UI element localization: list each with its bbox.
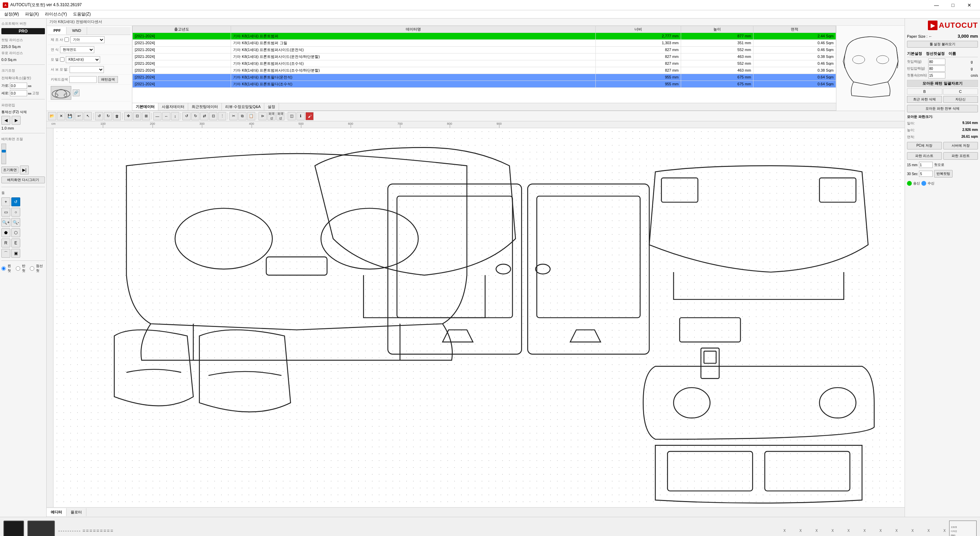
tb-save[interactable]: 💾 xyxy=(66,112,74,120)
sub-tab-review[interactable]: 리뷰·수정요망및Q&A xyxy=(222,103,264,110)
file-list-btn[interactable]: 파한 리스트 xyxy=(907,152,942,160)
table-row[interactable]: [2021-2024] 기아 K8(1세대) 프론트필다(운전석) 955 mm… xyxy=(133,74,836,81)
tb-undo[interactable]: ↺ xyxy=(95,112,103,120)
table-row[interactable]: [2021-2024] 기아 K8(1세대) 프론트범퍼사이드(운전석/하단분할… xyxy=(133,53,836,60)
width-input[interactable] xyxy=(10,83,27,89)
recent-cut-btn[interactable]: 최근 파한 삭제 xyxy=(907,96,942,103)
auto-cut-btn[interactable]: 자단신 xyxy=(943,96,978,103)
sub-tab-settings[interactable]: 설정 xyxy=(264,103,279,110)
tb-mirror[interactable]: ⊳ xyxy=(258,112,267,120)
poly-tool[interactable]: ⬟ xyxy=(2,228,10,237)
tool-settings-btn[interactable]: 툴 설정 불러오기 xyxy=(907,41,978,48)
zoom-out-tool[interactable]: 🔍- xyxy=(11,218,20,227)
height-input[interactable] xyxy=(10,90,27,96)
tb-flip-h[interactable]: ⇄ xyxy=(200,112,208,120)
table-row[interactable]: [2021-2024] 기아 K8(1세대) 프론트범퍼 그릴 1,303 mm… xyxy=(133,40,836,46)
model-select[interactable]: K8(1세대) xyxy=(66,56,100,63)
r-btn[interactable]: R xyxy=(2,239,10,247)
make-checkbox[interactable] xyxy=(64,37,69,42)
tb-copy[interactable]: ⧉ xyxy=(238,112,247,120)
radio-first[interactable] xyxy=(2,266,6,271)
tb-cut[interactable]: ✂ xyxy=(229,112,237,120)
tab-wnd[interactable]: WND xyxy=(67,27,87,35)
table-row[interactable]: [2021-2024] 기아 K8(1세대) 프론트범퍼 2,777 mm 87… xyxy=(133,33,836,40)
select-tool[interactable]: ⬡ xyxy=(11,228,20,237)
radio-half[interactable] xyxy=(16,266,20,271)
tb-line[interactable]: — xyxy=(153,112,161,120)
next-btn[interactable]: ▶| xyxy=(20,165,29,175)
pattern-search-btn[interactable]: 패턴검색 xyxy=(98,76,118,83)
arc1-tool[interactable]: ⌒ xyxy=(2,249,10,258)
tb-print-prev[interactable]: ◫ xyxy=(288,112,296,120)
v-slider[interactable] xyxy=(2,143,6,164)
arc2-tool[interactable]: ▣ xyxy=(11,249,20,258)
sub-tab-user[interactable]: 사용자데이터 xyxy=(158,103,188,110)
delete-all-btn[interactable]: 모아둔 파한 전부 삭제 xyxy=(907,105,978,112)
tb-move[interactable]: ✥ xyxy=(124,112,132,120)
tb-close[interactable]: ✕ xyxy=(57,112,65,120)
file-print-btn[interactable]: 파한 프린트 xyxy=(943,152,978,160)
thickness-right-btn[interactable]: ▶ xyxy=(12,116,21,125)
service-model-select[interactable] xyxy=(70,66,104,73)
tb-paint[interactable]: 🖌 xyxy=(305,112,313,120)
repeat-count-input[interactable] xyxy=(919,171,933,177)
maximize-button[interactable]: □ xyxy=(945,0,961,10)
close-button[interactable]: ✕ xyxy=(961,0,977,10)
tb-arrow-v[interactable]: ↕ xyxy=(171,112,179,120)
redraw-btn[interactable]: 배치화면 다시그리기 xyxy=(2,177,45,183)
tb-rotate-l[interactable]: ↺ xyxy=(182,112,191,120)
menu-help[interactable]: 도움말(Z) xyxy=(70,11,93,18)
zoom-in-tool[interactable]: 🔍+ xyxy=(2,218,10,227)
back-pressure-input[interactable] xyxy=(928,65,945,72)
tab-ppf[interactable]: PPF xyxy=(48,27,67,35)
tb-cursor[interactable]: ↖ xyxy=(84,112,92,120)
tb-inside[interactable]: 외국선 xyxy=(276,112,285,120)
table-row[interactable]: [2021-2024] 기아 K8(1세대) 프론트필다(조수석) 955 mm… xyxy=(133,81,836,87)
tb-align[interactable]: ⋮ xyxy=(218,112,226,120)
thickness-left-btn[interactable]: ◀ xyxy=(2,116,10,125)
first-view-btn[interactable]: 조기화면 xyxy=(2,167,19,173)
circle-tool[interactable]: ○ xyxy=(11,208,20,216)
first-pressure-input[interactable] xyxy=(928,59,945,65)
tb-zoom[interactable]: ⊡ xyxy=(133,112,141,120)
tb-delete[interactable]: 🗑 xyxy=(113,112,121,120)
table-row[interactable]: [2021-2024] 기아 K8(1세대) 프론트범퍼사이드(운전석) 827… xyxy=(133,46,836,53)
plus-tool[interactable]: + xyxy=(2,197,10,206)
tb-paste[interactable]: 📋 xyxy=(247,112,255,120)
tb-grid[interactable]: ⊞ xyxy=(142,112,150,120)
rect-tool[interactable]: ▭ xyxy=(2,208,10,216)
tb-open[interactable]: 📂 xyxy=(48,112,56,120)
sub-tab-basic[interactable]: 기본데이터 xyxy=(132,103,158,110)
year-select[interactable]: 현재연도 xyxy=(60,46,94,53)
tb-group[interactable]: ⊡ xyxy=(209,112,217,120)
menu-file[interactable]: 파일(X) xyxy=(22,11,41,18)
canvas-content[interactable] xyxy=(54,128,905,507)
minimize-button[interactable]: — xyxy=(929,0,944,10)
tab-editor[interactable]: 에디터 xyxy=(47,508,67,516)
tb-rotate-r[interactable]: ↻ xyxy=(191,112,199,120)
link-icon-btn[interactable]: 🔗 xyxy=(73,89,80,96)
table-row[interactable]: [2021-2024] 기아 K8(1세대) 프론트범퍼사이드(조수석) 827… xyxy=(133,60,836,67)
e-btn[interactable]: E xyxy=(11,239,20,247)
tb-outside[interactable]: 외국선 xyxy=(267,112,275,120)
left-sidebar: 소프트웨어 버전 PRO 컷팅 라이선스 225.0 Sq.m 유로 라이선스 … xyxy=(0,19,47,517)
sub-tab-recent[interactable]: 최근컷팅데이터 xyxy=(188,103,222,110)
tb-arrow-h[interactable]: ↔ xyxy=(162,112,170,120)
tab-plotter[interactable]: 플로터 xyxy=(67,508,86,516)
make-select[interactable]: 기아 xyxy=(70,36,105,43)
tb-redo[interactable]: ↻ xyxy=(104,112,112,120)
menu-settings[interactable]: 설정(W) xyxy=(2,11,22,18)
pc-save-btn[interactable]: PC에 저장 xyxy=(907,142,942,150)
keyword-input[interactable] xyxy=(69,76,97,83)
repeat-btn[interactable]: 반복컷팅 xyxy=(934,170,953,178)
radio-select[interactable] xyxy=(30,266,34,271)
first-speed-input[interactable] xyxy=(928,72,945,78)
rotate-tool[interactable]: ↺ xyxy=(11,197,20,206)
tb-info[interactable]: ℹ xyxy=(296,112,305,120)
tb-undo-arrow[interactable]: ↩ xyxy=(75,112,83,120)
server-save-btn[interactable]: 서버에 저장 xyxy=(943,142,978,150)
model-checkbox[interactable] xyxy=(60,57,64,62)
menu-license[interactable]: 라이선스(Y) xyxy=(42,11,70,18)
print-count-input[interactable] xyxy=(919,162,933,168)
table-row[interactable]: [2021-2024] 기아 K8(1세대) 프론트범퍼사이드(조수석/하단분할… xyxy=(133,67,836,74)
